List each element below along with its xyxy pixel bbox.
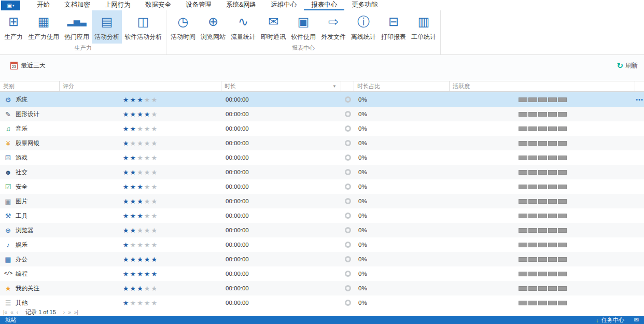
progress-ring-cell (341, 92, 354, 107)
activity-bar-segment (548, 214, 557, 218)
progress-ring-icon (345, 256, 351, 262)
status-text: 就绪 (5, 316, 17, 324)
column-header[interactable]: 时长占比 (354, 81, 450, 91)
star-icon: ★ (123, 110, 130, 118)
duration-percent-cell: 0% (354, 223, 450, 237)
ribbon-button[interactable]: ∿流量统计 (228, 10, 258, 44)
sort-dropdown-icon[interactable]: ▼ (332, 84, 337, 89)
ribbon-button[interactable]: ◫软件活动分析 (122, 10, 164, 44)
next-page-button[interactable]: › (63, 309, 65, 315)
table-row[interactable]: ▣图片★★★★★00:00:000% (0, 194, 644, 208)
table-row[interactable]: ☑安全★★★★★00:00:000% (0, 179, 644, 194)
star-icon: ★ (137, 183, 144, 191)
rating-cell: ★★★★★ (60, 266, 221, 281)
activity-cell (450, 252, 635, 266)
menu-tab[interactable]: 设备管理 (178, 0, 219, 10)
table-row[interactable]: ☻社交★★★★★00:00:000% (0, 165, 644, 179)
row-actions-cell (635, 295, 644, 310)
table-row[interactable]: ⚙系统★★★★★00:00:000%••• (0, 92, 644, 107)
duration-percent-cell: 0% (354, 107, 450, 121)
table-row[interactable]: ⚒工具★★★★★00:00:000% (0, 208, 644, 223)
prev-group-button[interactable]: « (10, 309, 13, 315)
category-cell: ▤办公 (0, 252, 60, 266)
star-icon: ★ (151, 212, 158, 220)
activity-bar-segment (548, 286, 557, 291)
progress-ring-cell (341, 179, 354, 194)
star-icon: ★ (130, 256, 137, 263)
column-header[interactable]: 评分 (60, 81, 221, 91)
menu-tab[interactable]: 系统&网络 (219, 0, 263, 10)
ribbon-button[interactable]: ⓘ离线统计 (348, 10, 379, 44)
progress-ring-cell (341, 121, 354, 136)
star-icon: ★ (151, 154, 158, 162)
ribbon-button[interactable]: ⊕浏览网站 (198, 10, 228, 44)
star-icon: ★ (123, 285, 130, 292)
activity-bar-segment (528, 97, 537, 102)
ribbon-button[interactable]: ⊞生产力 (2, 10, 25, 44)
date-range-filter[interactable]: 23 最近三天 (10, 61, 46, 70)
refresh-button[interactable]: ↻ 刷新 (617, 61, 638, 70)
star-icon: ★ (130, 198, 137, 205)
outgoing-files-icon: ⇨ (328, 12, 339, 32)
progress-ring-icon (345, 285, 351, 291)
ribbon-button[interactable]: ▤活动分析 (92, 10, 122, 44)
progress-ring-cell (341, 223, 354, 237)
star-icon: ★ (151, 183, 158, 191)
activity-bar-segment (528, 243, 537, 247)
table-row[interactable]: ▤办公★★★★★00:00:000% (0, 252, 644, 266)
star-icon: ★ (130, 241, 137, 249)
menu-tab[interactable]: 数据安全 (138, 0, 178, 10)
activity-bar-segment (538, 126, 547, 131)
menu-tab[interactable]: 文档加密 (57, 0, 97, 10)
ribbon-button-label: 生产力使用 (28, 33, 59, 41)
row-actions-cell (635, 136, 644, 150)
menu-tab[interactable]: 上网行为 (97, 0, 138, 10)
ribbon-group-label: 生产力 (2, 44, 164, 54)
column-header[interactable]: 活跃度 (450, 81, 635, 91)
table-row[interactable]: ★我的关注★★★★★00:00:000% (0, 281, 644, 295)
category-name: 安全 (16, 183, 27, 191)
first-page-button[interactable]: |« (3, 309, 7, 315)
microphone-icon: ♪ (4, 242, 12, 248)
more-actions-button[interactable]: ••• (635, 92, 644, 107)
ribbon-button[interactable]: ▦生产力使用 (25, 10, 62, 44)
activity-cell (450, 295, 635, 310)
table-row[interactable]: ♪娱乐★★★★★00:00:000% (0, 237, 644, 252)
ribbon-button[interactable]: ⊟打印报表 (379, 10, 409, 44)
table-row[interactable]: ♫音乐★★★★★00:00:000% (0, 121, 644, 136)
ribbon-button[interactable]: ▂▅▃热门应用 (62, 10, 92, 44)
column-header[interactable] (341, 81, 354, 91)
table-row[interactable]: ⚄游戏★★★★★00:00:000% (0, 150, 644, 165)
ribbon-button[interactable]: ▥工单统计 (409, 10, 439, 44)
menu-tab[interactable]: 更多功能 (344, 0, 385, 10)
progress-ring-icon (345, 111, 351, 117)
ribbon-button[interactable]: ✉即时通讯 (258, 10, 288, 44)
progress-ring-cell (341, 237, 354, 252)
print-report-icon: ⊟ (388, 12, 399, 32)
table-row[interactable]: ⊕浏览器★★★★★00:00:000% (0, 223, 644, 237)
duration-percent-cell: 0% (354, 136, 450, 150)
next-group-button[interactable]: » (68, 309, 71, 315)
ribbon-button[interactable]: ▣软件使用 (288, 10, 318, 44)
app-menu-button[interactable]: ▣▾ (1, 1, 20, 10)
star-icon: ★ (137, 241, 144, 249)
table-row[interactable]: ¥股票网银★★★★★00:00:000% (0, 136, 644, 150)
duration-cell: 00:00:00 (221, 223, 341, 237)
menu-tab[interactable]: 运维中心 (263, 0, 304, 10)
column-header[interactable]: 时长▼ (221, 81, 341, 91)
column-header[interactable]: 类别 (0, 81, 60, 91)
ribbon-button[interactable]: ⇨外发文件 (318, 10, 348, 44)
message-icon[interactable]: ✉ (634, 317, 639, 323)
menu-tab[interactable]: 报表中心 (304, 0, 344, 10)
table-row[interactable]: </>编程★★★★★00:00:000% (0, 266, 644, 281)
column-header[interactable] (635, 81, 644, 91)
record-count-label: 记录 1 of 15 (25, 308, 56, 316)
table-row[interactable]: ✎图形设计★★★★★00:00:000% (0, 107, 644, 121)
progress-ring-icon (345, 154, 351, 161)
last-page-button[interactable]: »| (74, 309, 78, 315)
task-center-button[interactable]: 任务中心 (601, 316, 624, 324)
activity-bar-segment (538, 272, 547, 276)
menu-tab[interactable]: 开始 (30, 0, 57, 10)
prev-page-button[interactable]: ‹ (17, 309, 18, 315)
ribbon-button[interactable]: ◷活动时间 (168, 10, 198, 44)
